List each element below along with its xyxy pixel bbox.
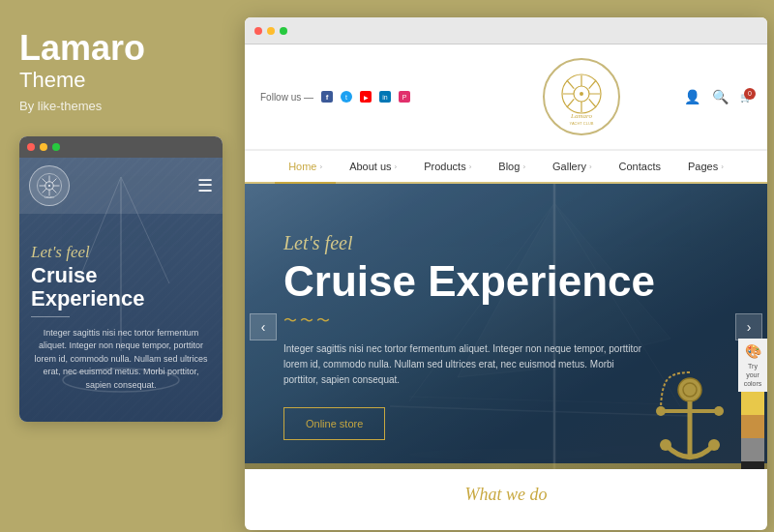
try-colors-label: Try your colors	[744, 363, 762, 387]
nav-pages-arrow: ›	[721, 163, 724, 171]
hero-section: Let's feel Cruise Experience 〜〜〜 Integer…	[245, 184, 767, 469]
follow-us: Follow us — f t ▶ in P	[260, 91, 410, 103]
svg-line-12	[52, 189, 56, 192]
nav-about[interactable]: About us ›	[336, 151, 410, 182]
palette-icon: 🎨	[741, 342, 764, 360]
youtube-icon[interactable]: ▶	[360, 91, 372, 103]
pinterest-icon[interactable]: P	[399, 91, 410, 103]
mobile-body-text: Integer sagittis nisi nec tortor ferment…	[31, 327, 211, 393]
nav-blog-arrow: ›	[522, 163, 525, 171]
svg-line-14	[43, 189, 46, 192]
nav-gallery[interactable]: Gallery ›	[539, 151, 606, 182]
dot-green-icon	[52, 143, 60, 151]
color-swatch-gray[interactable]	[741, 438, 764, 461]
svg-text:Lamaro: Lamaro	[570, 112, 592, 120]
nav-blog[interactable]: Blog ›	[485, 151, 539, 182]
site-nav: Home › About us › Products › Blog › Gall…	[245, 150, 767, 184]
svg-line-24	[588, 99, 595, 107]
user-icon[interactable]: 👤	[684, 89, 700, 104]
color-swatch-gold[interactable]	[741, 392, 764, 415]
svg-line-23	[566, 80, 573, 89]
dot-yellow-icon	[40, 143, 47, 151]
search-icon[interactable]: 🔍	[712, 89, 729, 104]
nav-contacts[interactable]: Contacts	[606, 151, 674, 182]
nav-gallery-arrow: ›	[589, 163, 592, 171]
hero-body: Integer sagittis nisi nec tortor ferment…	[283, 341, 651, 388]
hero-prev-button[interactable]: ‹	[250, 313, 277, 340]
browser-titlebar	[245, 17, 767, 44]
site-logo-icon: Lamaro YACHT CLUB	[552, 68, 610, 126]
svg-line-11	[43, 178, 46, 182]
browser-dot-red	[254, 27, 262, 35]
mobile-preview-card: Lamaro ☰ Let's feel Cruise Experience In…	[19, 136, 223, 422]
mobile-logo-icon: Lamaro	[36, 172, 63, 199]
browser-dot-green	[280, 27, 287, 35]
svg-text:Lamaro: Lamaro	[45, 194, 54, 198]
mobile-logo: Lamaro	[29, 165, 70, 206]
mobile-divider	[31, 316, 70, 317]
svg-line-25	[588, 80, 595, 89]
svg-line-13	[52, 178, 56, 182]
site-top-bar: Follow us — f t ▶ in P	[260, 44, 752, 149]
svg-point-41	[714, 406, 724, 416]
header-icons: 👤 🔍 🛒 0	[684, 89, 752, 104]
cart-count: 0	[744, 88, 756, 100]
what-we-do-section: What we do	[245, 469, 767, 515]
mobile-hero-text: Let's feel Cruise Experience Integer sag…	[19, 214, 223, 402]
nav-pages[interactable]: Pages ›	[674, 151, 737, 182]
site-logo: Lamaro YACHT CLUB	[543, 58, 620, 135]
mobile-hamburger-icon[interactable]: ☰	[197, 175, 213, 196]
mobile-script-text: Let's feel	[31, 243, 211, 262]
hero-script: Let's feel	[283, 232, 729, 254]
mobile-content: Lamaro ☰ Let's feel Cruise Experience In…	[19, 158, 223, 422]
hero-title: Cruise Experience	[283, 258, 729, 305]
nav-about-arrow: ›	[395, 163, 398, 171]
browser-dot-yellow	[267, 27, 275, 35]
site-header: Follow us — f t ▶ in P	[245, 44, 767, 150]
svg-point-43	[708, 439, 720, 451]
color-swatch-dark[interactable]	[741, 461, 764, 469]
hero-next-button[interactable]: ›	[735, 313, 762, 340]
color-swatch-brown[interactable]	[741, 415, 764, 438]
anchor-decoration	[632, 363, 748, 469]
nav-products[interactable]: Products ›	[410, 151, 485, 182]
cart-icon[interactable]: 🛒 0	[740, 92, 752, 103]
left-panel: Lamaro Theme By like-themes	[0, 0, 237, 532]
theme-title: Lamaro	[19, 29, 218, 68]
svg-point-42	[660, 439, 671, 451]
nav-home[interactable]: Home ›	[275, 151, 336, 184]
try-colors-button[interactable]: 🎨 Try your colors	[738, 339, 767, 392]
mobile-heading: Cruise Experience	[31, 264, 211, 310]
svg-line-26	[566, 99, 573, 107]
color-picker-panel: 🎨 Try your colors	[738, 339, 767, 469]
linkedin-icon[interactable]: in	[379, 91, 391, 103]
mobile-header: Lamaro ☰	[19, 158, 223, 214]
theme-author: By like-themes	[19, 99, 218, 113]
what-we-do-title: What we do	[264, 485, 748, 505]
mobile-titlebar	[19, 136, 223, 158]
site-logo-area: Lamaro YACHT CLUB 👤 🔍 🛒 0	[410, 52, 752, 141]
svg-point-36	[678, 378, 701, 401]
browser-window: Follow us — f t ▶ in P	[245, 17, 767, 530]
follow-us-label: Follow us —	[260, 92, 313, 103]
hero-wave-decoration: 〜〜〜	[283, 312, 729, 330]
theme-subtitle: Theme	[19, 68, 218, 93]
twitter-icon[interactable]: t	[341, 91, 352, 103]
svg-point-6	[48, 185, 50, 187]
facebook-icon[interactable]: f	[321, 91, 333, 103]
svg-point-18	[580, 92, 583, 96]
svg-text:YACHT CLUB: YACHT CLUB	[569, 121, 593, 126]
dot-red-icon	[27, 143, 35, 151]
nav-home-arrow: ›	[319, 163, 322, 171]
nav-products-arrow: ›	[469, 163, 472, 171]
online-store-button[interactable]: Online store	[283, 407, 385, 440]
